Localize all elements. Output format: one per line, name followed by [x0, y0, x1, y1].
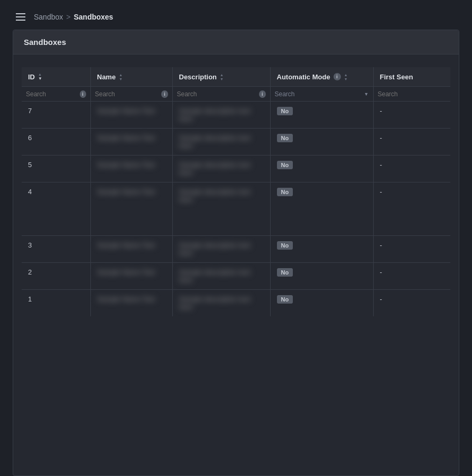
cell-name: Sample Name Text [90, 155, 172, 182]
dropdown-arrow-icon[interactable]: ▼ [364, 91, 369, 97]
search-input-id[interactable] [26, 90, 77, 98]
search-cell-description[interactable]: i [172, 87, 270, 102]
col-header-name[interactable]: Name [90, 67, 172, 87]
cell-description: Sample description text here [172, 129, 270, 155]
cell-description: Sample description text here [172, 182, 270, 236]
col-header-id[interactable]: ID [22, 67, 90, 87]
sort-name-icon[interactable] [119, 73, 123, 81]
panel-header: Sandboxes [13, 30, 459, 54]
badge-no: No [277, 268, 293, 277]
cell-first-seen: - [373, 182, 450, 236]
cell-name: Sample Name Text [90, 263, 172, 290]
col-auto-label: Automatic Mode [277, 73, 330, 81]
panel-title: Sandboxes [24, 38, 66, 47]
cell-name: Sample Name Text [90, 102, 172, 129]
cell-name: Sample Name Text [90, 182, 172, 236]
search-id-info-icon[interactable]: i [80, 90, 86, 98]
col-first-seen-label: First Seen [380, 73, 413, 81]
cell-id: 5 [22, 155, 90, 182]
cell-id: 7 [22, 102, 90, 129]
cell-description: Sample description text here [172, 236, 270, 263]
sort-id-icon[interactable] [38, 72, 42, 81]
search-cell-id[interactable]: i [22, 87, 90, 102]
search-desc-info-icon[interactable]: i [259, 90, 265, 98]
automatic-mode-info-icon[interactable]: i [334, 73, 341, 80]
cell-id: 4 [22, 182, 90, 236]
table-row: 4Sample Name TextSample description text… [22, 182, 450, 236]
cell-name: Sample Name Text [90, 236, 172, 263]
cell-automatic-mode: No [270, 155, 373, 182]
col-header-description[interactable]: Description [172, 67, 270, 87]
search-cell-automatic-mode[interactable]: Search ▼ [270, 87, 373, 102]
cell-automatic-mode: No [270, 129, 373, 155]
cell-automatic-mode: No [270, 263, 373, 290]
cell-name: Sample Name Text [90, 290, 172, 317]
breadcrumb-current: Sandboxes [73, 13, 113, 21]
col-header-first-seen: First Seen [373, 67, 450, 87]
table-row: 1Sample Name TextSample description text… [22, 290, 450, 317]
cell-automatic-mode: No [270, 236, 373, 263]
col-id-label: ID [28, 73, 35, 81]
table-row: 5Sample Name TextSample description text… [22, 155, 450, 182]
table-row: 7Sample Name TextSample description text… [22, 102, 450, 129]
cell-automatic-mode: No [270, 182, 373, 236]
badge-no: No [277, 161, 293, 169]
breadcrumb-separator: > [66, 13, 70, 21]
search-input-name[interactable] [95, 90, 159, 98]
col-header-automatic-mode[interactable]: Automatic Mode i [270, 67, 373, 87]
sort-auto-icon[interactable] [344, 73, 348, 81]
cell-id: 6 [22, 129, 90, 155]
search-cell-name[interactable]: i [90, 87, 172, 102]
cell-automatic-mode: No [270, 102, 373, 129]
table-header-row: ID Name Description [22, 67, 450, 87]
search-row: i i i [22, 87, 450, 102]
cell-description: Sample description text here [172, 290, 270, 317]
cell-description: Sample description text here [172, 102, 270, 129]
table-row: 3Sample Name TextSample description text… [22, 236, 450, 263]
cell-id: 1 [22, 290, 90, 317]
cell-first-seen: - [373, 290, 450, 317]
cell-description: Sample description text here [172, 263, 270, 290]
badge-no: No [277, 134, 293, 142]
sort-desc-icon[interactable] [220, 73, 224, 81]
table-body: 7Sample Name TextSample description text… [22, 102, 450, 317]
search-input-description[interactable] [177, 90, 256, 98]
cell-first-seen: - [373, 263, 450, 290]
col-desc-label: Description [179, 73, 217, 81]
search-auto-placeholder: Search [275, 90, 362, 98]
cell-first-seen: - [373, 102, 450, 129]
menu-icon[interactable] [16, 13, 25, 21]
cell-first-seen: - [373, 236, 450, 263]
badge-no: No [277, 241, 293, 250]
cell-first-seen: - [373, 155, 450, 182]
search-cell-first-seen[interactable] [373, 87, 450, 102]
main-container: Sandboxes ID [13, 30, 459, 476]
table-wrapper: ID Name Description [13, 54, 459, 329]
breadcrumb-parent[interactable]: Sandbox [34, 13, 63, 21]
cell-description: Sample description text here [172, 155, 270, 182]
top-bar: Sandbox > Sandboxes [0, 0, 472, 30]
table-row: 2Sample Name TextSample description text… [22, 263, 450, 290]
breadcrumb: Sandbox > Sandboxes [34, 13, 113, 21]
badge-no: No [277, 295, 293, 304]
table-row: 6Sample Name TextSample description text… [22, 129, 450, 155]
cell-name: Sample Name Text [90, 129, 172, 155]
search-input-first-seen[interactable] [378, 90, 447, 98]
sandboxes-table: ID Name Description [22, 67, 450, 316]
search-name-info-icon[interactable]: i [161, 90, 168, 98]
cell-automatic-mode: No [270, 290, 373, 317]
cell-first-seen: - [373, 129, 450, 155]
badge-no: No [277, 107, 293, 115]
cell-id: 3 [22, 236, 90, 263]
cell-id: 2 [22, 263, 90, 290]
badge-no: No [277, 188, 293, 196]
col-name-label: Name [97, 73, 116, 81]
